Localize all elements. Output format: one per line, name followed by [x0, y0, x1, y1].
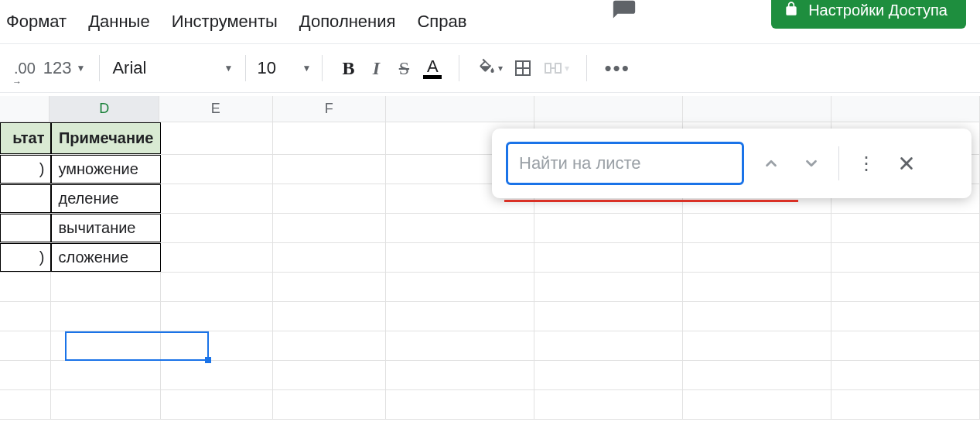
- cell[interactable]: [51, 361, 160, 389]
- cell[interactable]: [273, 214, 386, 242]
- find-options-button[interactable]: ⋮: [853, 150, 879, 177]
- cell[interactable]: ьтат: [0, 122, 51, 154]
- cell[interactable]: [0, 273, 51, 301]
- column-header-e[interactable]: E: [159, 96, 272, 122]
- cell[interactable]: [161, 122, 274, 154]
- cell[interactable]: [534, 390, 683, 419]
- menu-data[interactable]: Данные: [88, 12, 149, 32]
- cell[interactable]: [273, 243, 386, 272]
- cell[interactable]: [534, 273, 683, 301]
- cell[interactable]: [273, 122, 386, 154]
- cell[interactable]: [273, 361, 386, 389]
- number-format-dropdown[interactable]: 123 ▼: [43, 58, 86, 78]
- find-prev-button[interactable]: [758, 150, 784, 177]
- cell[interactable]: [51, 390, 160, 419]
- cell[interactable]: [273, 390, 386, 419]
- more-button[interactable]: •••: [601, 55, 633, 81]
- find-next-button[interactable]: [798, 150, 825, 177]
- find-input[interactable]: [506, 142, 744, 185]
- bold-button[interactable]: B: [336, 55, 360, 81]
- cell[interactable]: [831, 302, 980, 331]
- cell[interactable]: [0, 361, 51, 389]
- cell[interactable]: [831, 214, 980, 242]
- cell[interactable]: [831, 331, 980, 360]
- column-header[interactable]: [831, 96, 980, 122]
- menu-addons[interactable]: Дополнения: [299, 12, 396, 32]
- cell[interactable]: [386, 361, 534, 389]
- column-header[interactable]: [534, 96, 683, 122]
- cell[interactable]: вычитание: [51, 214, 160, 242]
- cell[interactable]: [273, 155, 386, 184]
- cell[interactable]: [386, 302, 534, 331]
- cell[interactable]: [683, 331, 831, 360]
- fill-color-button[interactable]: ▾: [473, 55, 506, 81]
- cell[interactable]: [831, 243, 980, 272]
- cell[interactable]: сложение: [51, 243, 160, 272]
- cell[interactable]: [683, 243, 831, 272]
- italic-button[interactable]: I: [364, 55, 388, 81]
- column-header-d[interactable]: D: [50, 96, 159, 122]
- cell[interactable]: [386, 214, 534, 242]
- cell[interactable]: [161, 214, 274, 242]
- cell[interactable]: [831, 273, 980, 301]
- cell[interactable]: [161, 331, 274, 360]
- font-size-select[interactable]: 10 ▼: [249, 58, 319, 78]
- cell[interactable]: [683, 390, 831, 419]
- cell[interactable]: [161, 184, 274, 213]
- cell[interactable]: [386, 390, 534, 419]
- cell[interactable]: [683, 273, 831, 301]
- column-header[interactable]: [683, 96, 831, 122]
- cell[interactable]: [534, 331, 683, 360]
- cell[interactable]: [161, 273, 274, 301]
- cell[interactable]: [386, 331, 534, 360]
- cell[interactable]: ): [0, 243, 51, 272]
- borders-button[interactable]: [510, 55, 535, 81]
- cell[interactable]: [534, 302, 683, 331]
- cell[interactable]: [0, 184, 51, 213]
- cell[interactable]: [831, 361, 980, 389]
- cell[interactable]: [0, 390, 51, 419]
- cell[interactable]: [386, 243, 534, 272]
- cell[interactable]: [161, 390, 274, 419]
- cell[interactable]: [534, 243, 683, 272]
- comment-icon[interactable]: [611, 0, 637, 28]
- cell[interactable]: [683, 302, 831, 331]
- close-button[interactable]: [893, 150, 920, 177]
- column-header[interactable]: [0, 96, 50, 122]
- column-header[interactable]: [386, 96, 534, 122]
- cell[interactable]: [0, 214, 51, 242]
- cell[interactable]: [386, 273, 534, 301]
- cell[interactable]: [273, 331, 386, 360]
- cell[interactable]: [534, 361, 683, 389]
- menu-tools[interactable]: Инструменты: [172, 12, 278, 32]
- cell[interactable]: [273, 184, 386, 213]
- text-color-button[interactable]: A: [420, 55, 445, 81]
- cell[interactable]: [273, 273, 386, 301]
- cell[interactable]: умножение: [51, 155, 160, 184]
- decrease-decimal-button[interactable]: .00 →: [11, 55, 39, 81]
- cell[interactable]: [683, 214, 831, 242]
- cell[interactable]: [161, 155, 274, 184]
- cell[interactable]: [161, 302, 274, 331]
- cell[interactable]: [0, 302, 51, 331]
- cell[interactable]: [0, 331, 51, 360]
- menu-help[interactable]: Справ: [417, 12, 466, 32]
- merge-cells-button[interactable]: ▾: [540, 55, 572, 81]
- cell[interactable]: [831, 390, 980, 419]
- cell[interactable]: ): [0, 155, 51, 184]
- cell[interactable]: [534, 214, 683, 242]
- cell[interactable]: [273, 302, 386, 331]
- cell[interactable]: Примечание: [51, 122, 160, 154]
- cell[interactable]: [51, 273, 160, 301]
- cell[interactable]: [161, 243, 274, 272]
- cell[interactable]: [161, 361, 274, 389]
- menu-format[interactable]: Формат: [6, 12, 67, 32]
- cell[interactable]: деление: [51, 184, 160, 213]
- font-select[interactable]: Arial ▼: [103, 58, 242, 78]
- share-button[interactable]: Настройки Доступа: [771, 0, 966, 29]
- cell[interactable]: [51, 302, 160, 331]
- cell[interactable]: [51, 331, 160, 360]
- column-header-f[interactable]: F: [273, 96, 386, 122]
- strike-button[interactable]: S: [392, 55, 415, 81]
- cell[interactable]: [683, 361, 831, 389]
